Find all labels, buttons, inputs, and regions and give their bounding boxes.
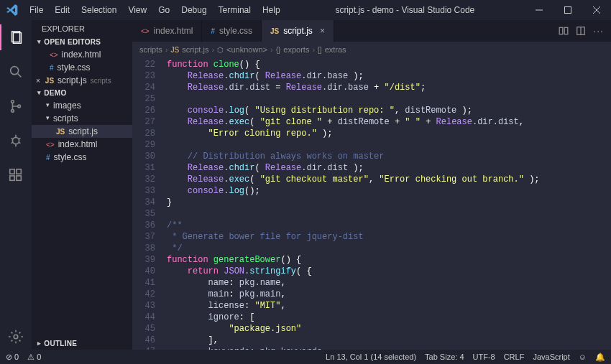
- file-name: style.css: [58, 62, 91, 73]
- line-gutter: 2223242526272829303132333435363738394041…: [132, 57, 162, 350]
- menu-edit[interactable]: Edit: [50, 2, 75, 18]
- file-type-icon: <>: [46, 141, 55, 149]
- file-type-icon: JS: [56, 128, 65, 136]
- chevron-right-icon: ›: [211, 45, 214, 54]
- crumb-icon: {}: [276, 46, 281, 54]
- open-editor-item[interactable]: <>index.html: [32, 48, 132, 61]
- svg-rect-1: [565, 7, 571, 14]
- file-type-icon: JS: [45, 77, 54, 85]
- file-item[interactable]: <>index.html: [32, 138, 132, 151]
- svg-rect-20: [17, 176, 21, 180]
- file-type-icon: #: [46, 154, 50, 162]
- tab-script-js[interactable]: JSscript.js×: [262, 20, 334, 42]
- settings-icon[interactable]: [0, 324, 32, 350]
- menu-go[interactable]: Go: [153, 2, 175, 18]
- sidebar: EXPLORER ▾OPEN EDITORS <>index.html#styl…: [32, 20, 132, 350]
- cursor-position[interactable]: Ln 13, Col 1 (14 selected): [326, 353, 416, 361]
- file-type-icon: #: [50, 64, 54, 72]
- file-item[interactable]: #style.css: [32, 151, 132, 164]
- outline-section[interactable]: ▸OUTLINE: [32, 337, 132, 350]
- tab-bar: <>index.html#style.cssJSscript.js× ···: [132, 20, 611, 42]
- file-name: script.js: [68, 126, 98, 136]
- menu-file[interactable]: File: [24, 2, 48, 18]
- status-errors[interactable]: ⊘ 0: [6, 353, 19, 362]
- project-section[interactable]: ▾DEMO: [32, 87, 132, 99]
- menu-terminal[interactable]: Terminal: [213, 2, 256, 18]
- svg-point-9: [12, 110, 14, 113]
- extensions-icon[interactable]: [0, 162, 32, 188]
- split-icon[interactable]: [576, 26, 586, 36]
- app-menu: FileEditSelectionViewGoDebugTerminalHelp: [24, 2, 285, 18]
- chevron-down-icon: ▾: [37, 89, 41, 96]
- file-type-icon: #: [211, 27, 215, 35]
- breadcrumb-item[interactable]: script.js: [182, 45, 208, 54]
- tab-label: style.css: [219, 26, 252, 36]
- editor-area: <>index.html#style.cssJSscript.js× ··· s…: [132, 20, 611, 350]
- svg-point-10: [18, 105, 21, 108]
- search-icon[interactable]: [0, 59, 32, 85]
- file-name: script.js: [58, 75, 87, 85]
- language-mode[interactable]: JavaScript: [533, 353, 569, 361]
- menu-selection[interactable]: Selection: [76, 2, 121, 18]
- tab-label: script.js: [283, 26, 313, 36]
- chevron-down-icon: ▾: [37, 38, 41, 45]
- menu-debug[interactable]: Debug: [176, 2, 211, 18]
- close-icon[interactable]: ×: [36, 77, 40, 85]
- svg-point-11: [12, 137, 19, 144]
- open-editor-item[interactable]: #style.css: [32, 61, 132, 74]
- chevron-right-icon: ›: [312, 45, 315, 54]
- open-editor-item[interactable]: ×JSscript.jsscripts: [32, 74, 132, 87]
- svg-rect-24: [564, 27, 568, 34]
- file-name: style.css: [54, 152, 87, 162]
- tab-index-html[interactable]: <>index.html: [132, 20, 202, 42]
- folder-item[interactable]: ▾images: [32, 99, 132, 112]
- eol[interactable]: CRLF: [504, 353, 525, 361]
- bell-icon[interactable]: 🔔: [595, 353, 605, 362]
- debug-icon[interactable]: [0, 128, 32, 154]
- folder-name: images: [53, 101, 81, 111]
- file-item[interactable]: JSscript.js: [32, 125, 132, 138]
- file-dir: scripts: [91, 77, 111, 85]
- close-button[interactable]: [582, 0, 611, 20]
- minimize-button[interactable]: [525, 0, 553, 20]
- folder-name: scripts: [53, 113, 78, 123]
- compare-icon[interactable]: [559, 26, 569, 36]
- code-editor[interactable]: 2223242526272829303132333435363738394041…: [132, 57, 611, 350]
- menu-help[interactable]: Help: [257, 2, 285, 18]
- code-content[interactable]: function clone() { Release.chdir( Releas…: [162, 57, 611, 350]
- sidebar-title: EXPLORER: [32, 20, 132, 36]
- indent-info[interactable]: Tab Size: 4: [425, 353, 464, 361]
- svg-line-7: [18, 74, 22, 78]
- chevron-down-icon: ▾: [46, 114, 50, 121]
- svg-rect-21: [17, 169, 21, 174]
- folder-item[interactable]: ▾scripts: [32, 112, 132, 125]
- status-bar: ⊘ 0 ⚠ 0 Ln 13, Col 1 (14 selected) Tab S…: [0, 350, 611, 364]
- breadcrumb-item[interactable]: extras: [325, 45, 346, 54]
- git-icon[interactable]: [0, 93, 32, 119]
- titlebar: FileEditSelectionViewGoDebugTerminalHelp…: [0, 0, 611, 20]
- menu-view[interactable]: View: [123, 2, 152, 18]
- chevron-right-icon: ›: [165, 45, 168, 54]
- maximize-button[interactable]: [553, 0, 582, 20]
- svg-rect-23: [559, 27, 563, 34]
- svg-point-22: [14, 335, 18, 339]
- crumb-icon: JS: [170, 46, 179, 54]
- explorer-icon[interactable]: [0, 24, 32, 50]
- tab-style-css[interactable]: #style.css: [202, 20, 262, 42]
- crumb-icon: []: [318, 46, 322, 54]
- window-controls: [525, 0, 611, 20]
- breadcrumbs[interactable]: scripts›JSscript.js›⬡<unknown>›{}exports…: [132, 42, 611, 57]
- open-editors-section[interactable]: ▾OPEN EDITORS: [32, 36, 132, 48]
- file-name: index.html: [62, 50, 101, 60]
- breadcrumb-item[interactable]: scripts: [139, 45, 162, 54]
- chevron-right-icon: ›: [270, 45, 273, 54]
- breadcrumb-item[interactable]: exports: [283, 45, 309, 54]
- more-icon[interactable]: ···: [593, 25, 604, 37]
- svg-point-6: [11, 67, 19, 75]
- chevron-down-icon: ▾: [46, 101, 50, 108]
- feedback-icon[interactable]: ☺: [579, 353, 587, 361]
- status-warnings[interactable]: ⚠ 0: [27, 353, 41, 362]
- encoding[interactable]: UTF-8: [473, 353, 495, 361]
- breadcrumb-item[interactable]: <unknown>: [226, 45, 267, 54]
- close-icon[interactable]: ×: [320, 26, 325, 36]
